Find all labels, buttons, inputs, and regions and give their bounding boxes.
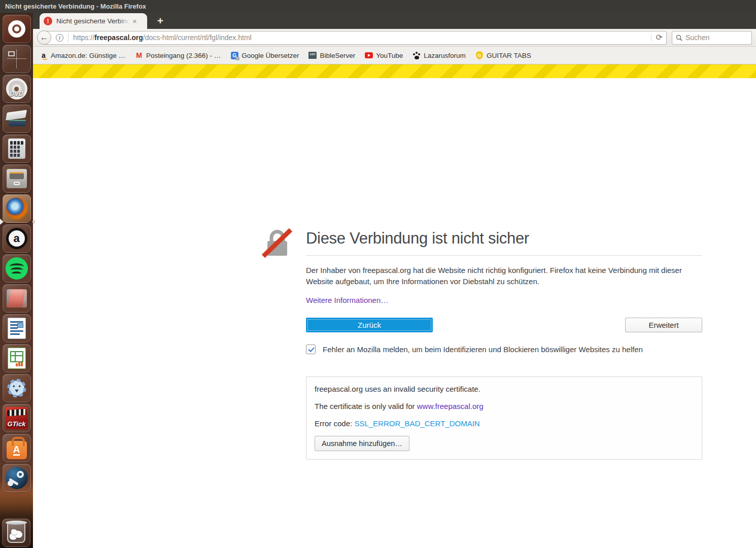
guitar-pick-icon: G [475, 51, 484, 59]
active-app-arrow-right [29, 219, 35, 224]
action-buttons-row: Zurück Erweitert [306, 318, 702, 332]
url-separator [68, 33, 68, 42]
page-title: Diese Verbindung ist nicht sicher [306, 229, 702, 248]
url-path: /docs-html/current/rtl/fgl/index.html [143, 33, 252, 42]
launcher-item-scanner[interactable] [3, 105, 31, 133]
launcher-item-lazarus[interactable] [3, 374, 31, 402]
launcher-item-gtick[interactable]: GTick [3, 404, 31, 432]
launcher-item-dvd-player[interactable]: DVD [3, 75, 31, 103]
report-error-row: Fehler an Mozilla melden, um beim Identi… [306, 345, 702, 354]
amazon-icon: a [6, 228, 27, 249]
launcher-item-calculator[interactable] [3, 134, 31, 163]
calc-spreadsheet-icon [8, 348, 26, 369]
go-back-button[interactable]: Zurück [306, 318, 433, 332]
lazarus-gear-icon [6, 378, 27, 399]
bookmark-label: BibleServer [320, 52, 355, 59]
media-player-icon [7, 289, 27, 307]
gtick-icon: GTick [6, 407, 28, 429]
youtube-icon [365, 51, 373, 59]
workspace-grid-icon [7, 49, 26, 68]
cert-error-page: Diese Verbindung ist nicht sicher Der In… [306, 229, 702, 460]
file-drawer-icon [7, 169, 27, 188]
title-divider [306, 255, 702, 256]
launcher-item-media-player[interactable] [3, 284, 31, 313]
launcher-item-workspace-switcher[interactable] [3, 45, 31, 73]
tab-bar: ! Nicht gesicherte Verbindung × + [33, 13, 756, 29]
scanner-icon [7, 111, 27, 126]
add-exception-button[interactable]: Ausnahme hinzufügen… [315, 436, 409, 451]
active-app-arrow-left [0, 219, 7, 225]
spotify-icon [6, 257, 28, 280]
bookmark-posteingang[interactable]: M Posteingang (2.366) - … [135, 51, 221, 59]
unity-launcher: DVD a [0, 13, 33, 548]
cert-invalid-text: freepascal.org uses an invalid security … [315, 385, 694, 393]
learn-more-link[interactable]: Weitere Informationen… [306, 296, 388, 304]
launcher-item-amazon[interactable]: a [3, 224, 31, 253]
launcher-item-libreoffice-writer[interactable] [3, 314, 31, 342]
search-icon [676, 35, 682, 41]
search-box[interactable] [672, 31, 752, 45]
amazon-icon: a [40, 51, 48, 59]
report-error-checkbox[interactable] [306, 345, 316, 354]
new-tab-button[interactable]: + [151, 14, 169, 28]
url-text: https://freepascal.org/docs-html/current… [73, 33, 252, 42]
search-input[interactable] [685, 33, 741, 42]
report-error-label: Fehler an Mozilla melden, um beim Identi… [323, 345, 643, 354]
error-code-text: Error code: SSL_ERROR_BAD_CERT_DOMAIN [315, 419, 694, 428]
insecure-lock-icon [261, 228, 293, 258]
navigation-bar: ← i https://freepascal.org/docs-html/cur… [33, 29, 756, 47]
tab-title: Nicht gesicherte Verbindung [56, 17, 131, 25]
error-code-link[interactable]: SSL_ERROR_BAD_CERT_DOMAIN [354, 419, 479, 428]
bookmark-label: Google Übersetzer [242, 52, 299, 59]
cert-valid-for-text: The certificate is only valid for www.fr… [315, 402, 694, 410]
url-scheme: https:// [73, 33, 94, 42]
bookmark-youtube[interactable]: YouTube [365, 51, 403, 59]
bookmark-google-uebersetzer[interactable]: G Google Übersetzer [230, 51, 299, 59]
reload-icon[interactable]: ⟳ [651, 33, 663, 42]
bookmark-label: YouTube [376, 52, 403, 59]
launcher-item-spotify[interactable] [3, 254, 31, 283]
url-bar[interactable]: i https://freepascal.org/docs-html/curre… [44, 31, 667, 45]
launcher-item-file-drawer[interactable] [3, 164, 31, 193]
tab-error-icon: ! [44, 17, 52, 25]
back-button[interactable]: ← [37, 30, 51, 45]
calculator-icon [8, 139, 25, 159]
bookmark-amazon[interactable]: a Amazon.de: Günstige … [40, 51, 125, 59]
launcher-item-libreoffice-calc[interactable] [3, 344, 31, 372]
dvd-disc-icon: DVD [6, 78, 27, 99]
bookmark-label: Posteingang (2.366) - … [146, 52, 221, 59]
bookmark-guitar-tabs[interactable]: G GUITAR TABS [475, 51, 531, 59]
error-description: Der Inhaber von freepascal.org hat die W… [306, 265, 702, 287]
launcher-item-trash[interactable] [2, 519, 30, 547]
bookmark-lazarusforum[interactable]: Lazarusforum [413, 51, 466, 59]
warning-stripe-banner [33, 64, 756, 78]
launcher-item-steam[interactable] [3, 464, 31, 492]
paw-icon [413, 51, 421, 59]
bookmark-label: Lazarusforum [424, 52, 466, 59]
firefox-window: ! Nicht gesicherte Verbindung × + ← i ht… [33, 13, 756, 548]
bibleserver-icon: ERF [308, 51, 317, 59]
launcher-item-software-center[interactable]: A [3, 434, 31, 462]
window-title: Nicht gesicherte Verbindung - Mozilla Fi… [5, 3, 146, 10]
launcher-item-ubuntu-dash[interactable] [3, 15, 31, 43]
page-info-icon[interactable]: i [56, 34, 63, 42]
url-domain: freepascal.org [94, 33, 143, 42]
bookmark-label: Amazon.de: Günstige … [51, 52, 125, 59]
software-center-icon: A [7, 441, 27, 459]
writer-document-icon [8, 318, 26, 339]
bookmark-bibleserver[interactable]: ERF BibleServer [308, 51, 355, 59]
bookmarks-toolbar: a Amazon.de: Günstige … M Posteingang (2… [33, 47, 756, 64]
tab-insecure-connection[interactable]: ! Nicht gesicherte Verbindung × [40, 13, 147, 29]
bookmark-label: GUITAR TABS [487, 52, 531, 59]
page-content: Diese Verbindung ist nicht sicher Der In… [33, 64, 756, 548]
trash-icon [7, 523, 25, 543]
tab-close-icon[interactable]: × [132, 17, 137, 25]
advanced-button[interactable]: Erweitert [625, 318, 702, 332]
gmail-icon: M [135, 51, 143, 59]
ubuntu-logo-icon [8, 20, 25, 38]
certificate-details-panel: freepascal.org uses an invalid security … [306, 376, 702, 460]
google-translate-icon: G [230, 51, 238, 59]
firefox-icon [6, 197, 28, 220]
desktop-title-bar: Nicht gesicherte Verbindung - Mozilla Fi… [0, 0, 756, 13]
valid-domain-link[interactable]: www.freepascal.org [417, 402, 484, 410]
